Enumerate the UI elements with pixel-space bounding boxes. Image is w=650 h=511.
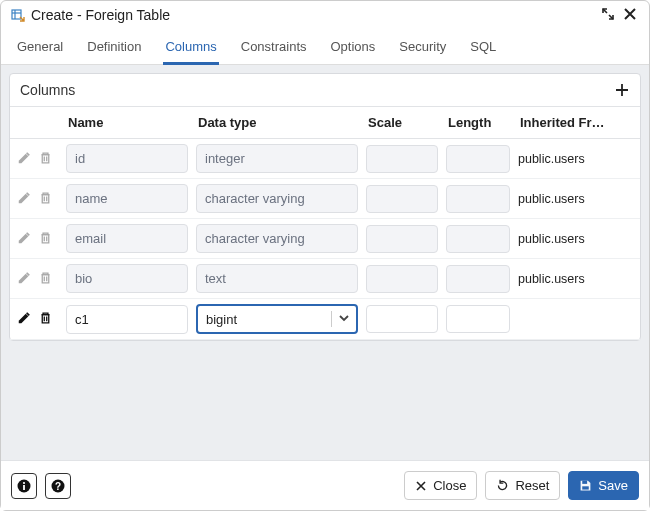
chevron-down-icon — [338, 312, 350, 327]
edit-row-icon[interactable] — [17, 151, 33, 167]
datatype-select[interactable]: bigint — [196, 304, 358, 334]
tab-columns[interactable]: Columns — [163, 33, 218, 65]
delete-row-icon[interactable] — [39, 271, 55, 287]
col-length-header: Length — [442, 107, 514, 139]
inherited-from: public.users — [518, 192, 636, 206]
table-row: idintegerpublic.users — [10, 139, 640, 179]
inherited-from: public.users — [518, 272, 636, 286]
name-field: name — [66, 184, 188, 213]
help-button[interactable]: ? — [45, 473, 71, 499]
scale-field[interactable] — [366, 305, 438, 333]
name-field: id — [66, 144, 188, 173]
tab-constraints[interactable]: Constraints — [239, 33, 309, 64]
datatype-field: character varying — [196, 224, 358, 253]
scale-field — [366, 185, 438, 213]
col-scale-header: Scale — [362, 107, 442, 139]
svg-rect-8 — [583, 481, 588, 484]
save-icon — [579, 479, 592, 492]
info-button[interactable] — [11, 473, 37, 499]
col-inherited-header: Inherited Fr… — [514, 107, 640, 139]
svg-text:?: ? — [55, 480, 61, 491]
edit-row-icon[interactable] — [17, 271, 33, 287]
columns-panel: Columns Name Data type Scale Length Inhe… — [9, 73, 641, 341]
svg-rect-9 — [583, 486, 590, 489]
tab-options[interactable]: Options — [329, 33, 378, 64]
panel-title: Columns — [20, 82, 75, 98]
dialog-create-foreign-table: Create - Foreign Table General Definitio… — [0, 0, 650, 511]
reset-button[interactable]: Reset — [485, 471, 560, 500]
close-x-icon — [415, 480, 427, 492]
delete-row-icon[interactable] — [39, 231, 55, 247]
edit-row-icon[interactable] — [17, 191, 33, 207]
name-field: email — [66, 224, 188, 253]
tab-general[interactable]: General — [15, 33, 65, 64]
reset-label: Reset — [515, 478, 549, 493]
tab-sql[interactable]: SQL — [468, 33, 498, 64]
expand-icon[interactable] — [601, 7, 617, 23]
dialog-body: Columns Name Data type Scale Length Inhe… — [1, 65, 649, 460]
tab-security[interactable]: Security — [397, 33, 448, 64]
col-actions-header — [10, 107, 62, 139]
length-field — [446, 145, 510, 173]
svg-point-4 — [23, 481, 25, 483]
edit-row-icon[interactable] — [17, 311, 33, 327]
svg-rect-0 — [12, 10, 21, 19]
inherited-from: public.users — [518, 232, 636, 246]
svg-rect-5 — [23, 485, 25, 490]
close-label: Close — [433, 478, 466, 493]
delete-row-icon[interactable] — [39, 311, 55, 327]
add-row-button[interactable] — [614, 82, 630, 98]
titlebar: Create - Foreign Table — [1, 1, 649, 27]
save-button[interactable]: Save — [568, 471, 639, 500]
dialog-title: Create - Foreign Table — [31, 7, 595, 23]
table-row: c1bigint — [10, 299, 640, 340]
table-row: biotextpublic.users — [10, 259, 640, 299]
delete-row-icon[interactable] — [39, 151, 55, 167]
table-row: namecharacter varyingpublic.users — [10, 179, 640, 219]
foreign-table-icon — [11, 8, 25, 22]
datatype-field: integer — [196, 144, 358, 173]
inherited-from: public.users — [518, 152, 636, 166]
panel-header: Columns — [10, 74, 640, 107]
datatype-field: text — [196, 264, 358, 293]
datatype-field: character varying — [196, 184, 358, 213]
save-label: Save — [598, 478, 628, 493]
tab-definition[interactable]: Definition — [85, 33, 143, 64]
tabs: General Definition Columns Constraints O… — [1, 27, 649, 65]
scale-field — [366, 265, 438, 293]
columns-table: Name Data type Scale Length Inherited Fr… — [10, 107, 640, 340]
length-field — [446, 265, 510, 293]
datatype-value: bigint — [206, 312, 237, 327]
delete-row-icon[interactable] — [39, 191, 55, 207]
col-datatype-header: Data type — [192, 107, 362, 139]
dialog-footer: ? Close Reset Save — [1, 460, 649, 510]
close-button[interactable]: Close — [404, 471, 477, 500]
scale-field — [366, 225, 438, 253]
edit-row-icon[interactable] — [17, 231, 33, 247]
name-field: bio — [66, 264, 188, 293]
close-icon[interactable] — [623, 7, 639, 23]
table-row: emailcharacter varyingpublic.users — [10, 219, 640, 259]
length-field — [446, 225, 510, 253]
reset-icon — [496, 479, 509, 492]
col-name-header: Name — [62, 107, 192, 139]
length-field — [446, 185, 510, 213]
name-field[interactable]: c1 — [66, 305, 188, 334]
scale-field — [366, 145, 438, 173]
length-field[interactable] — [446, 305, 510, 333]
